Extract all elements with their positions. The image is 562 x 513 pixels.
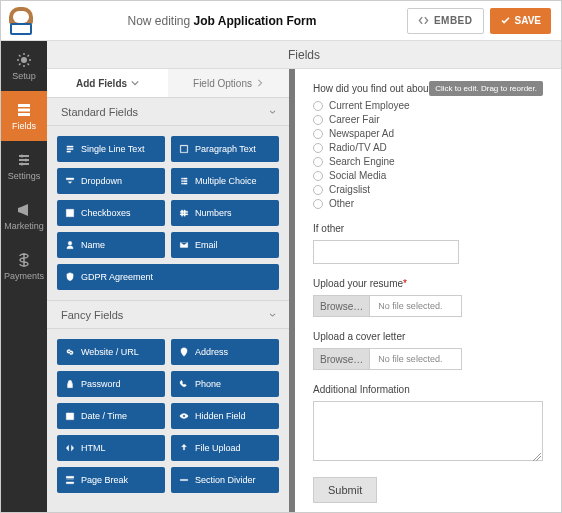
palette-checkbox[interactable]: Checkboxes [57,200,165,226]
chevron-down-icon [131,79,139,87]
save-button[interactable]: SAVE [490,8,552,34]
gdpr-icon [65,272,75,282]
rail-marketing[interactable]: Marketing [1,191,47,241]
palette-hidden[interactable]: Hidden Field [171,403,279,429]
option-social-media[interactable]: Social Media [313,170,543,181]
palette-date[interactable]: Date / Time [57,403,165,429]
palette-password[interactable]: Password [57,371,165,397]
radio-icon [313,101,323,111]
edit-hint: Click to edit. Drag to reorder. [429,81,543,96]
option-current-employee[interactable]: Current Employee [313,100,543,111]
if-other-input[interactable] [313,240,459,264]
email-icon [179,240,189,250]
group-standard-header[interactable]: Standard Fields› [47,97,289,126]
panel-title: Fields [47,41,561,69]
dropdown-icon [65,176,75,186]
date-icon [65,411,75,421]
field-cover-letter[interactable]: Upload a cover letter Browse… No file se… [313,331,543,370]
svg-rect-3 [18,113,30,116]
side-rail: SetupFieldsSettingsMarketingPayments [1,41,47,513]
wpforms-logo [7,7,35,35]
resize-grip-icon [533,453,541,461]
svg-point-5 [25,158,28,161]
field-how-found[interactable]: ✖ Click to edit. Drag to reorder. How di… [313,83,543,209]
setup-icon [16,52,32,68]
svg-point-0 [21,57,27,63]
group-fancy-header[interactable]: Fancy Fields› [47,300,289,329]
option-search-engine[interactable]: Search Engine [313,156,543,167]
rail-settings[interactable]: Settings [1,141,47,191]
resume-browse-button[interactable]: Browse… [313,295,370,317]
svg-rect-1 [18,104,30,107]
html-icon [65,443,75,453]
option-career-fair[interactable]: Career Fair [313,114,543,125]
palette-number[interactable]: Numbers [171,200,279,226]
palette-section[interactable]: Section Divider [171,467,279,493]
resume-file-status: No file selected. [370,295,462,317]
tab-field-options[interactable]: Field Options [168,69,289,97]
page-title: Now editing Job Application Form [43,14,401,28]
palette-pagebreak[interactable]: Page Break [57,467,165,493]
rail-setup[interactable]: Setup [1,41,47,91]
para-icon [179,144,189,154]
option-newspaper-ad[interactable]: Newspaper Ad [313,128,543,139]
palette-html[interactable]: HTML [57,435,165,461]
svg-rect-2 [18,108,30,111]
svg-point-4 [21,154,24,157]
cover-browse-button[interactable]: Browse… [313,348,370,370]
palette-text[interactable]: Single Line Text [57,136,165,162]
embed-button[interactable]: EMBED [407,8,484,34]
settings-icon [16,152,32,168]
address-icon [179,347,189,357]
fields-icon [16,102,32,118]
radio-icon [313,171,323,181]
radio-icon [313,115,323,125]
submit-button[interactable]: Submit [313,477,377,503]
option-craigslist[interactable]: Craigslist [313,184,543,195]
cover-file-status: No file selected. [370,348,462,370]
palette-email[interactable]: Email [171,232,279,258]
palette-para[interactable]: Paragraph Text [171,136,279,162]
submit-row: Submit [313,477,543,503]
palette-phone[interactable]: Phone [171,371,279,397]
field-additional-info[interactable]: Additional Information [313,384,543,463]
hidden-icon [179,411,189,421]
rail-fields[interactable]: Fields [1,91,47,141]
pagebreak-icon [65,475,75,485]
section-icon [179,475,189,485]
palette-address[interactable]: Address [171,339,279,365]
palette-gdpr[interactable]: GDPR Agreement [57,264,279,290]
option-radio-tv-ad[interactable]: Radio/TV AD [313,142,543,153]
name-icon [65,240,75,250]
palette-multi[interactable]: Multiple Choice [171,168,279,194]
chevron-right-icon [256,79,264,87]
svg-point-6 [21,162,24,165]
radio-icon [313,185,323,195]
rail-payments[interactable]: Payments [1,241,47,291]
marketing-icon [16,202,32,218]
form-preview: ✖ Click to edit. Drag to reorder. How di… [295,69,561,513]
tab-add-fields[interactable]: Add Fields [47,69,168,97]
palette-url[interactable]: Website / URL [57,339,165,365]
builder-area: Fields Add Fields Field Options Standard… [47,41,561,513]
checkbox-icon [65,208,75,218]
url-icon [65,347,75,357]
field-if-other[interactable]: If other [313,223,543,264]
option-other[interactable]: Other [313,198,543,209]
radio-icon [313,199,323,209]
radio-icon [313,157,323,167]
top-bar: Now editing Job Application Form EMBED S… [1,1,561,41]
phone-icon [179,379,189,389]
field-resume[interactable]: Upload your resume* Browse… No file sele… [313,278,543,317]
radio-icon [313,129,323,139]
text-icon [65,144,75,154]
code-icon [418,15,429,26]
password-icon [65,379,75,389]
radio-icon [313,143,323,153]
additional-info-textarea[interactable] [313,401,543,461]
multi-icon [179,176,189,186]
palette-dropdown[interactable]: Dropdown [57,168,165,194]
palette-file[interactable]: File Upload [171,435,279,461]
palette-name[interactable]: Name [57,232,165,258]
file-icon [179,443,189,453]
